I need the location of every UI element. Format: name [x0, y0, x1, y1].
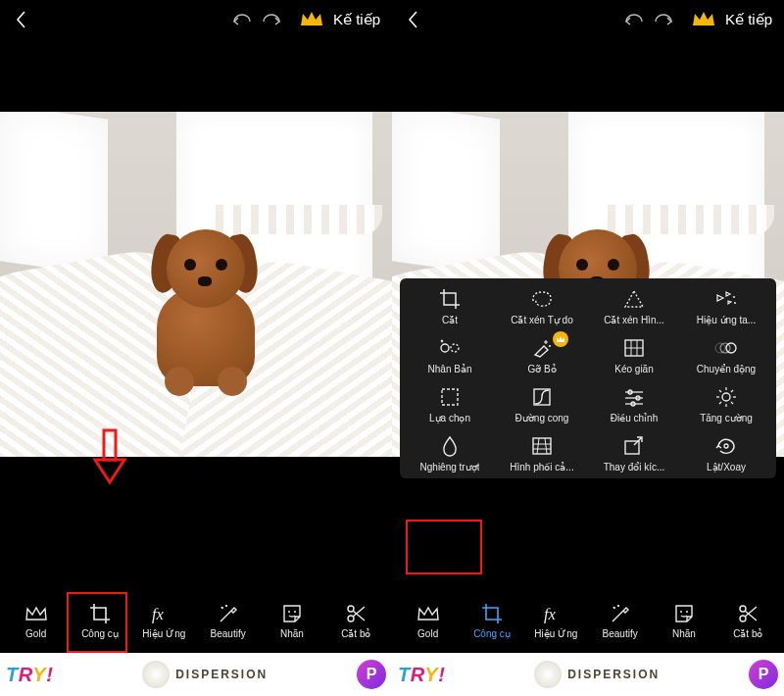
svg-point-29: [722, 393, 730, 401]
tool-label: Kéo giãn: [614, 364, 653, 374]
ad-banner[interactable]: TRY! DISPERSION P: [0, 653, 392, 696]
dispersion-icon: [713, 288, 739, 310]
tool-shape-crop[interactable]: Cắt xén Hìn...: [588, 288, 680, 325]
phone-left: Kế tiếp Gold: [0, 0, 392, 696]
svg-marker-9: [728, 301, 731, 304]
photo-preview: [0, 112, 392, 457]
svg-point-12: [441, 344, 449, 352]
scissors-icon: [736, 603, 760, 624]
tool-motion[interactable]: Chuyển động: [680, 337, 772, 374]
tab-gold[interactable]: Gold: [396, 603, 460, 639]
shape-icon: [621, 288, 647, 310]
svg-rect-0: [104, 430, 116, 460]
tool-clone[interactable]: Nhân Bản: [404, 337, 496, 374]
tool-label: Gỡ Bỏ: [527, 364, 556, 374]
ad-banner[interactable]: TRY! DISPERSION P: [392, 653, 784, 696]
svg-point-13: [451, 344, 459, 352]
bottom-toolbar: Gold Công cụ fx Hiệu Ứng Beautify Nhãn C…: [392, 588, 784, 653]
undo-button[interactable]: [619, 12, 649, 27]
svg-point-10: [733, 296, 735, 298]
tool-dispersion[interactable]: Hiệu ứng ta...: [680, 288, 772, 325]
tool-label: Hình phối cả...: [510, 462, 573, 472]
top-bar: Kế tiếp: [0, 0, 392, 39]
ad-try-icon: TRY!: [6, 664, 53, 686]
tab-tools[interactable]: Công cụ: [460, 603, 523, 639]
tab-label: Cắt bỏ: [341, 628, 370, 639]
undo-button[interactable]: [227, 12, 257, 27]
ad-center: DISPERSION: [59, 661, 351, 688]
tab-sticker[interactable]: Nhãn: [260, 603, 323, 639]
svg-point-11: [734, 302, 736, 304]
tool-label: Cắt xén Tự do: [511, 315, 573, 325]
redo-button[interactable]: [257, 12, 286, 27]
tab-label: Hiệu Ứng: [534, 628, 577, 639]
tab-tools[interactable]: Công cụ: [68, 603, 131, 639]
tool-label: Cắt: [442, 315, 458, 325]
tool-free-crop[interactable]: Cắt xén Tự do: [496, 288, 588, 325]
sliders-icon: [621, 386, 647, 408]
tool-tilt-shift[interactable]: Nghiêng trượt: [404, 435, 496, 472]
sticker-icon: [280, 603, 304, 624]
tab-gold[interactable]: Gold: [4, 603, 68, 639]
tool-perspective[interactable]: Hình phối cả...: [496, 435, 588, 472]
dandelion-icon: [534, 661, 562, 688]
svg-marker-8: [726, 292, 730, 296]
next-button[interactable]: Kế tiếp: [333, 11, 380, 28]
tutorial-arrow-icon: [90, 428, 129, 490]
redo-button[interactable]: [649, 12, 678, 27]
tool-remove[interactable]: Gỡ Bỏ: [496, 337, 588, 374]
svg-text:fx: fx: [152, 604, 165, 622]
svg-point-3: [288, 611, 290, 613]
back-button[interactable]: [400, 10, 427, 29]
tool-flip-rotate[interactable]: Lật/Xoay: [680, 435, 772, 472]
lasso-icon: [529, 288, 555, 310]
next-button[interactable]: Kế tiếp: [725, 11, 772, 28]
tool-enhance[interactable]: Tăng cường: [680, 386, 772, 423]
blur-drop-icon: [437, 435, 463, 457]
gold-badge-icon: [553, 331, 568, 347]
tab-label: Beautify: [603, 628, 638, 639]
tool-label: Điều chỉnh: [611, 413, 658, 423]
svg-line-34: [719, 390, 721, 392]
canvas[interactable]: [0, 39, 392, 588]
crop-icon: [88, 603, 112, 624]
tab-cutout[interactable]: Cắt bỏ: [716, 603, 780, 639]
ad-text: DISPERSION: [567, 668, 660, 681]
svg-point-46: [680, 611, 682, 613]
tab-beautify[interactable]: Beautify: [196, 603, 260, 639]
tool-label: Cắt xén Hìn...: [604, 315, 664, 325]
tool-curves[interactable]: Đường cong: [496, 386, 588, 423]
tab-effects[interactable]: fx Hiệu Ứng: [524, 603, 588, 639]
crop-icon: [480, 603, 504, 624]
tab-beautify[interactable]: Beautify: [588, 603, 652, 639]
tool-label: Đường cong: [515, 413, 569, 423]
tool-stretch[interactable]: Kéo giãn: [588, 337, 680, 374]
scissors-icon: [344, 603, 368, 624]
tool-adjust[interactable]: Điều chỉnh: [588, 386, 680, 423]
canvas[interactable]: Cắt Cắt xén Tự do Cắt xén Hìn... Hiệu ứn…: [392, 39, 784, 588]
back-button[interactable]: [8, 10, 35, 29]
tab-label: Gold: [25, 628, 46, 639]
tool-label: Lật/Xoay: [707, 462, 746, 472]
svg-line-36: [731, 390, 733, 392]
tab-effects[interactable]: fx Hiệu Ứng: [132, 603, 196, 639]
crown-outline-icon: [24, 603, 48, 624]
tab-cutout[interactable]: Cắt bỏ: [324, 603, 388, 639]
perspective-icon: [529, 435, 555, 457]
crown-icon[interactable]: [688, 10, 719, 29]
svg-line-37: [719, 402, 721, 404]
crown-icon[interactable]: [296, 10, 327, 29]
tab-sticker[interactable]: Nhãn: [652, 603, 715, 639]
tool-label: Nghiêng trượt: [420, 462, 480, 472]
svg-line-35: [731, 402, 733, 404]
tab-label: Nhãn: [672, 628, 696, 639]
tool-selection[interactable]: Lựa chọn: [404, 386, 496, 423]
svg-marker-7: [717, 295, 723, 301]
crop-icon: [437, 288, 463, 310]
tool-label: Nhân Bản: [428, 364, 472, 374]
tool-crop[interactable]: Cắt: [404, 288, 496, 325]
brightness-icon: [713, 386, 739, 408]
tab-label: Công cụ: [473, 628, 511, 639]
top-bar: Kế tiếp: [392, 0, 784, 39]
tool-resize[interactable]: Thay đổi kíc...: [588, 435, 680, 472]
